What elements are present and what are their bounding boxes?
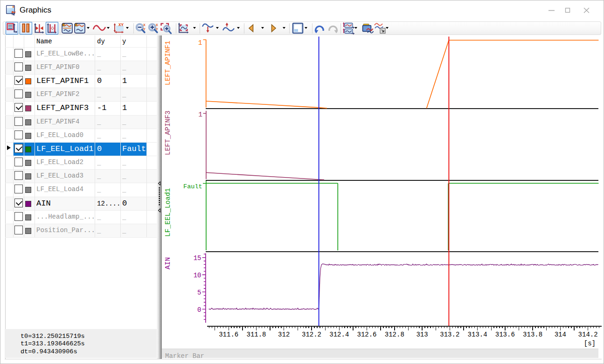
svg-text:314.2: 314.2 <box>578 331 598 338</box>
svg-text:313.6: 313.6 <box>495 331 515 338</box>
svg-text:313.4: 313.4 <box>468 331 487 338</box>
svg-text:0: 0 <box>197 306 201 314</box>
svg-text:312: 312 <box>278 331 290 338</box>
svg-text:LEFT_APINF1: LEFT_APINF1 <box>164 41 172 85</box>
svg-text:312.4: 312.4 <box>329 331 349 338</box>
svg-text:313: 313 <box>416 331 428 338</box>
svg-text:LEFT_APINF3: LEFT_APINF3 <box>164 110 172 155</box>
svg-text:314: 314 <box>555 331 566 338</box>
svg-text:313.8: 313.8 <box>523 331 542 338</box>
svg-text:312.8: 312.8 <box>385 331 404 338</box>
svg-text:5: 5 <box>197 289 201 296</box>
svg-text:AIN: AIN <box>164 257 172 269</box>
svg-text:[s]: [s] <box>584 340 596 347</box>
svg-text:1: 1 <box>198 39 202 47</box>
svg-text:313.2: 313.2 <box>440 331 459 338</box>
svg-text:15: 15 <box>194 254 201 262</box>
svg-text:312.6: 312.6 <box>357 331 376 338</box>
svg-text:Fault: Fault <box>183 183 202 190</box>
svg-text:10: 10 <box>194 272 201 279</box>
svg-text:311.8: 311.8 <box>246 331 266 338</box>
svg-text:LF_EEL_Load1: LF_EEL_Load1 <box>164 188 172 237</box>
svg-text:312.2: 312.2 <box>302 331 321 338</box>
svg-text:311.6: 311.6 <box>219 331 238 338</box>
svg-text:1: 1 <box>198 111 202 118</box>
